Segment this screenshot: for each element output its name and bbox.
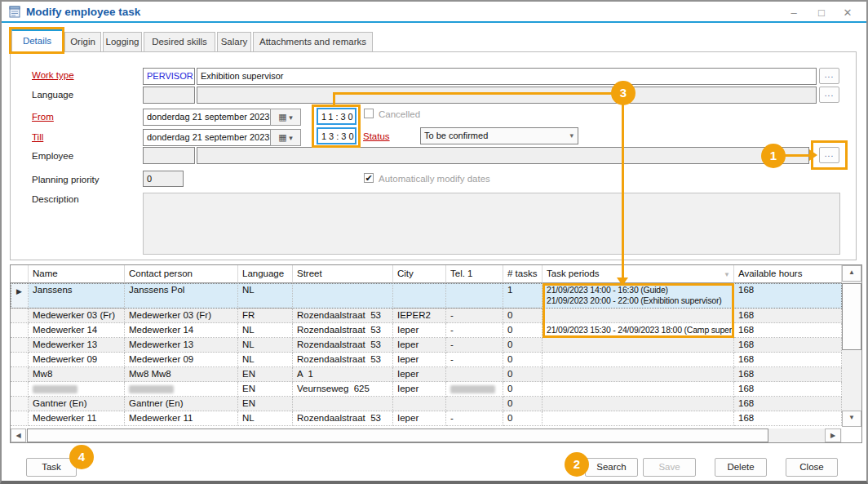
cell-tasks[interactable]: 0 — [503, 338, 542, 353]
cell-contact[interactable]: Medewerker 09 — [125, 353, 238, 367]
language-browse-button[interactable]: ... — [819, 87, 839, 103]
cell-available[interactable]: 168 — [734, 283, 842, 309]
cell-periods[interactable] — [542, 367, 734, 382]
till-label[interactable]: Till — [32, 132, 43, 142]
cell-language[interactable]: NL — [238, 283, 293, 309]
cell-tel[interactable] — [446, 367, 503, 382]
cell-city[interactable]: Ieper — [393, 367, 446, 382]
cell-name[interactable]: Medewerker 03 (Fr) — [29, 309, 125, 323]
cell-tel[interactable] — [446, 382, 503, 397]
cell-tasks[interactable]: 0 — [503, 411, 542, 426]
column-header-periods[interactable]: Task periods▼ — [542, 265, 734, 283]
description-field[interactable] — [143, 193, 840, 255]
column-header-city[interactable]: City — [393, 265, 446, 283]
cell-city[interactable]: IEPER2 — [393, 309, 446, 323]
cell-contact[interactable]: Medewerker 14 — [125, 323, 238, 338]
cell-available[interactable]: 168 — [734, 382, 842, 397]
table-row[interactable]: Mw8Mw8 Mw8ENA 1Ieper0168 — [11, 367, 842, 382]
status-combobox[interactable]: To be confirmed ▾ — [420, 127, 578, 144]
cell-tel[interactable]: - — [446, 309, 503, 323]
scroll-up-button[interactable]: ▲ — [842, 265, 861, 282]
from-date-field[interactable]: donderdag 21 september 2023 — [143, 109, 271, 126]
planning-priority-field[interactable]: 0 — [143, 171, 184, 187]
column-header-tasks[interactable]: # tasks — [503, 265, 542, 283]
cell-language[interactable]: NL — [238, 353, 293, 367]
cell-city[interactable]: Ieper — [393, 338, 446, 353]
cell-contact[interactable]: Medewerker 03 (Fr) — [125, 309, 238, 323]
cell-tel[interactable]: - — [446, 338, 503, 353]
delete-button[interactable]: Delete — [715, 458, 767, 477]
from-date-dropdown-button[interactable]: ▦ ▾ — [270, 109, 301, 126]
cell-contact[interactable]: Gantner (En) — [125, 397, 238, 411]
status-label[interactable]: Status — [363, 131, 390, 141]
cell-name[interactable]: Medewerker 11 — [29, 411, 125, 426]
cell-street[interactable]: Rozendaalstraat 53 — [293, 323, 393, 338]
search-button[interactable]: Search — [585, 458, 638, 477]
cell-name[interactable]: Mw8 — [29, 367, 125, 382]
table-row[interactable]: Medewerker 13Medewerker 13NLRozendaalstr… — [11, 338, 842, 353]
cell-street[interactable] — [293, 397, 393, 411]
scroll-left-button[interactable]: ◀ — [11, 428, 26, 442]
cell-language[interactable]: NL — [238, 411, 293, 426]
scroll-right-button[interactable]: ▶ — [825, 428, 841, 442]
employee-code-field[interactable] — [143, 147, 195, 164]
cell-periods[interactable] — [542, 353, 734, 367]
cell-language[interactable]: NL — [238, 323, 293, 338]
cell-language[interactable]: FR — [238, 309, 293, 323]
tab-salary[interactable]: Salary — [217, 32, 251, 52]
cell-name[interactable]: Medewerker 14 — [29, 323, 125, 338]
cell-tasks[interactable]: 0 — [503, 397, 542, 411]
cell-name[interactable] — [29, 382, 125, 397]
table-row[interactable]: ENVeurnseweg 625Ieper0168 — [11, 382, 842, 397]
column-header-name[interactable]: Name — [29, 265, 125, 283]
cell-contact[interactable]: Mw8 Mw8 — [125, 367, 238, 382]
cell-street[interactable]: Veurnseweg 625 — [293, 382, 393, 397]
cell-tasks[interactable]: 0 — [503, 323, 542, 338]
cell-tasks[interactable]: 0 — [503, 367, 542, 382]
cancelled-checkbox[interactable] — [364, 109, 374, 118]
cell-tasks[interactable]: 0 — [503, 382, 542, 397]
cell-street[interactable]: Rozendaalstraat 53 — [293, 353, 393, 367]
maximize-button[interactable]: □ — [813, 7, 830, 19]
cell-tel[interactable] — [446, 397, 503, 411]
cell-tel[interactable]: - — [446, 323, 503, 338]
save-button[interactable]: Save — [643, 458, 696, 477]
cell-name[interactable]: Medewerker 13 — [29, 338, 125, 353]
cell-name[interactable]: Janssens — [29, 283, 125, 309]
cell-tasks[interactable]: 0 — [503, 353, 542, 367]
column-header-tel[interactable]: Tel. 1 — [446, 265, 503, 283]
cell-available[interactable]: 168 — [734, 367, 842, 382]
cell-tel[interactable]: - — [446, 353, 503, 367]
work-type-label[interactable]: Work type — [32, 70, 74, 80]
cell-language[interactable]: NL — [238, 338, 293, 353]
close-button[interactable]: Close — [786, 458, 838, 477]
cell-name[interactable]: Gantner (En) — [29, 397, 125, 411]
cell-periods[interactable] — [542, 411, 734, 426]
cell-tel[interactable] — [446, 283, 503, 309]
cell-street[interactable]: Rozendaalstraat 53 — [293, 338, 393, 353]
table-row[interactable]: Medewerker 09Medewerker 09NLRozendaalstr… — [11, 353, 842, 367]
tab-attachments-and-remarks[interactable]: Attachments and remarks — [253, 32, 373, 52]
till-date-dropdown-button[interactable]: ▦ ▾ — [270, 129, 301, 146]
tab-origin[interactable]: Origin — [64, 32, 101, 52]
cell-name[interactable]: Medewerker 09 — [29, 353, 125, 367]
cell-city[interactable]: Ieper — [393, 323, 446, 338]
column-header-contact[interactable]: Contact person — [125, 265, 238, 283]
cell-contact[interactable]: Janssens Pol — [125, 283, 238, 309]
from-label[interactable]: From — [32, 112, 54, 122]
tab-logging[interactable]: Logging — [103, 32, 142, 52]
scroll-down-button[interactable]: ▼ — [842, 411, 861, 427]
cell-city[interactable] — [393, 397, 446, 411]
cell-street[interactable] — [293, 283, 393, 309]
cell-street[interactable]: Rozendaalstraat 53 — [293, 411, 393, 426]
language-name-field[interactable] — [197, 87, 817, 104]
cell-available[interactable]: 168 — [734, 309, 842, 323]
cell-city[interactable] — [393, 283, 446, 309]
cell-language[interactable]: EN — [238, 397, 293, 411]
cell-language[interactable]: EN — [238, 367, 293, 382]
cell-tasks[interactable]: 0 — [503, 309, 542, 323]
cell-tel[interactable]: - — [446, 411, 503, 426]
cell-available[interactable]: 168 — [734, 338, 842, 353]
work-type-name-field[interactable]: Exhibition supervisor — [197, 68, 817, 85]
vertical-scrollbar-thumb[interactable] — [842, 283, 861, 350]
